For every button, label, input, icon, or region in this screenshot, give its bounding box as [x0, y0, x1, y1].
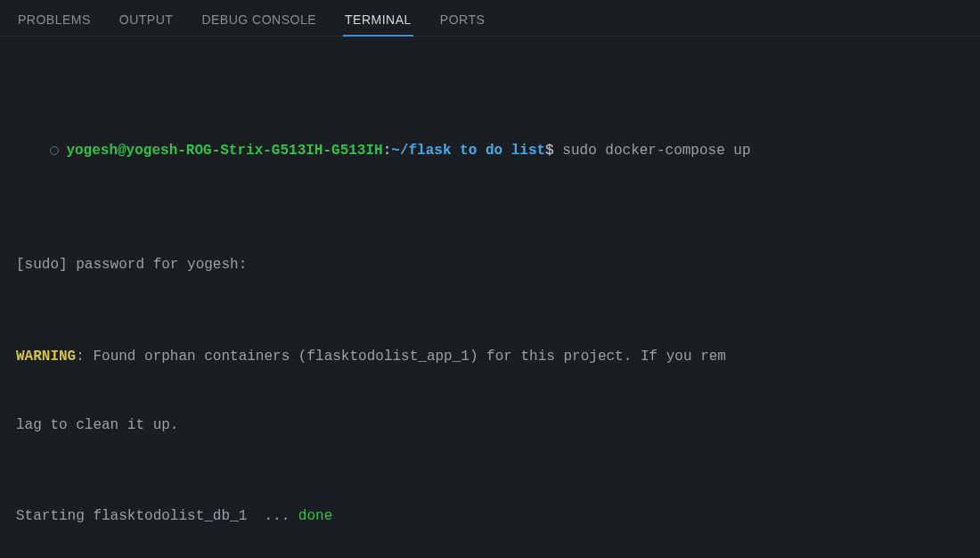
tab-problems[interactable]: PROBLEMS: [16, 7, 93, 36]
prompt-user-host: yogesh@yogesh-ROG-Strix-G513IH-G513IH: [66, 143, 382, 159]
tab-ports[interactable]: PORTS: [438, 7, 486, 36]
sudo-password-line: [sudo] password for yogesh:: [16, 254, 969, 277]
tab-debug-console[interactable]: DEBUG CONSOLE: [200, 7, 318, 36]
warning-text: : Found orphan containers (flasktodolist…: [76, 349, 726, 365]
panel-tabbar: PROBLEMS OUTPUT DEBUG CONSOLE TERMINAL P…: [0, 0, 980, 37]
tab-output[interactable]: OUTPUT: [118, 7, 176, 36]
tab-terminal[interactable]: TERMINAL: [343, 7, 413, 36]
prompt-dollar: $: [545, 143, 554, 159]
prompt-bullet-icon: [50, 146, 59, 155]
warning-line: WARNING: Found orphan containers (flaskt…: [16, 346, 969, 369]
done-text: done: [298, 508, 332, 524]
command-text: sudo docker-compose up: [554, 143, 751, 159]
terminal-output[interactable]: yogesh@yogesh-ROG-Strix-G513IH-G513IH:~/…: [0, 37, 980, 558]
prompt-cwd: ~/flask to do list: [391, 143, 545, 159]
prompt-sep: :: [383, 143, 392, 159]
starting-db-line: Starting flasktodolist_db_1 ... done: [16, 505, 969, 529]
warning-label: WARNING: [16, 349, 76, 365]
prompt-line: yogesh@yogesh-ROG-Strix-G513IH-G513IH:~/…: [16, 118, 969, 186]
warning-wrap: lag to clean it up.: [16, 414, 969, 438]
